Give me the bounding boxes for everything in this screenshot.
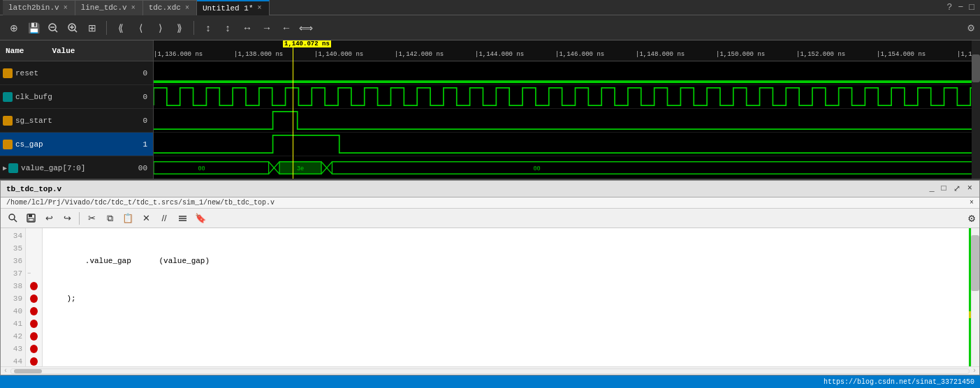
code-hscrollbar[interactable]: ‹ › (1, 366, 979, 375)
signal-name-reset: reset (15, 69, 118, 77)
signal-row-cs-gap[interactable]: cs_gap 1 (0, 133, 153, 156)
code-cut-btn[interactable]: ✂ (84, 211, 99, 226)
prev-button[interactable]: ⟨ (132, 20, 149, 36)
code-scrollbar[interactable] (971, 228, 979, 366)
expand-v-button[interactable]: ↕ (200, 20, 217, 36)
tab-line-tdc[interactable]: line_tdc.v × (75, 0, 143, 15)
wave-svg-reset (154, 61, 980, 84)
bp-38[interactable] (26, 280, 42, 292)
code-search-btn[interactable] (5, 211, 20, 226)
bp-36 (26, 255, 42, 267)
signal-row-sg-start[interactable]: sg_start 0 (0, 109, 153, 133)
bp-42[interactable] (26, 330, 42, 343)
help-icon[interactable]: ? (947, 2, 953, 13)
left-button[interactable]: ← (278, 20, 295, 36)
swap-button[interactable]: ⟺ (298, 20, 314, 36)
panel-maximize-btn[interactable]: ⤢ (952, 184, 962, 194)
signal-row-clk-bufg[interactable]: clk_bufg 0 (0, 85, 153, 109)
bp-39[interactable] (26, 292, 42, 305)
wave-svg-cs-gap (154, 133, 980, 156)
waveform-canvas[interactable]: 1,140.072 ns |1,136.000 ns |1,138.000 ns… (154, 40, 980, 179)
code-copy-btn[interactable]: ⧉ (102, 211, 117, 226)
expand-h-button[interactable]: ↔ (239, 20, 256, 36)
signal-name-value-gap: value_gap[7:0] (21, 164, 118, 172)
line-num-35: 35 (1, 242, 22, 255)
line-num-38: 38 (1, 280, 22, 292)
time-label-4: |1,144.000 ns (475, 51, 524, 58)
panel-restore-btn[interactable]: □ (940, 184, 948, 194)
signal-name-cs-gap: cs_gap (15, 140, 118, 149)
code-scrollbar-thumb[interactable] (971, 235, 979, 291)
breakpoint-dot-44[interactable] (30, 357, 38, 366)
tab-bar: latch2bin.v × line_tdc.v × tdc.xdc × Unt… (0, 0, 980, 15)
expand-icon-value-gap[interactable]: ▶ (3, 164, 7, 172)
breakpoint-dot-41[interactable] (30, 320, 38, 328)
tab-close-tdc-xdc[interactable]: × (184, 4, 191, 12)
code-bookmark-btn[interactable]: 🔖 (193, 211, 208, 226)
line-numbers: 34 35 36 37 38 39 40 41 42 43 44 45 46 4… (1, 228, 26, 366)
tab-untitled[interactable]: Untitled 1* × (197, 0, 270, 15)
minimize-icon[interactable]: − (958, 2, 963, 13)
tab-tdc-xdc[interactable]: tdc.xdc × (143, 0, 197, 15)
code-indent-btn[interactable] (175, 211, 190, 226)
zoom-in-button[interactable] (64, 20, 81, 36)
signal-row-value-gap[interactable]: ▶ value_gap[7:0] 00 (0, 156, 153, 179)
breakpoint-dot-39[interactable] (30, 294, 38, 303)
code-redo-btn[interactable]: ↪ (59, 211, 75, 226)
line-num-36: 36 (1, 255, 22, 267)
code-comment-btn[interactable]: // (156, 211, 172, 226)
right-button[interactable]: → (258, 20, 275, 36)
code-save-btn[interactable] (23, 211, 38, 226)
waveform-scrollbar[interactable] (972, 40, 980, 179)
waveform-area: Name Value reset 0 clk_bufg 0 sg_start 0 (0, 40, 980, 180)
svg-point-18 (9, 214, 15, 220)
signal-icon-cs-gap (3, 140, 13, 149)
time-ruler: 1,140.072 ns |1,136.000 ns |1,138.000 ns… (154, 40, 980, 61)
tab-latch2bin[interactable]: latch2bin.v × (3, 0, 75, 15)
code-panel-controls: _ □ ⤢ × (928, 184, 974, 194)
gear-icon[interactable]: ⚙ (967, 21, 974, 35)
path-close-icon[interactable]: × (970, 199, 974, 207)
save-button[interactable]: 💾 (25, 20, 42, 36)
go-end-button[interactable]: ⟫ (171, 20, 188, 36)
tab-close-untitled[interactable]: × (256, 4, 263, 12)
code-undo-btn[interactable]: ↩ (41, 211, 57, 226)
new-button[interactable]: ⊕ (6, 20, 22, 36)
bp-43[interactable] (26, 343, 42, 355)
tab-close-latch2bin[interactable]: × (62, 4, 69, 12)
bp-41[interactable] (26, 318, 42, 330)
time-label-6: |1,148.000 ns (636, 51, 685, 58)
wave-svg-value-gap: 00 3e 00 (154, 156, 980, 179)
breakpoint-dot-40[interactable] (30, 307, 38, 315)
signal-row-reset[interactable]: reset 0 (0, 61, 153, 85)
signal-name-sg-start: sg_start (15, 117, 118, 125)
hscroll-right-arrow[interactable]: › (970, 367, 979, 375)
breakpoint-dot-38[interactable] (30, 282, 38, 290)
breakpoint-dot-42[interactable] (30, 332, 38, 341)
hscrollbar-thumb[interactable] (14, 369, 42, 373)
code-paste-btn[interactable]: 📋 (120, 211, 136, 226)
tab-bar-actions: ? − □ (947, 2, 980, 13)
bp-44[interactable] (26, 355, 42, 366)
tab-close-line-tdc[interactable]: × (130, 4, 137, 12)
bp-40[interactable] (26, 305, 42, 318)
signal-names-panel: Name Value reset 0 clk_bufg 0 sg_start 0 (0, 40, 154, 179)
panel-minimize-btn[interactable]: _ (928, 184, 935, 194)
collapse-icon-37[interactable]: − (27, 270, 31, 277)
code-panel: tb_tdc_top.v _ □ ⤢ × /home/lcl/Prj/Vivad… (0, 180, 980, 375)
zoom-out-button[interactable] (45, 20, 61, 36)
go-start-button[interactable]: ⟪ (112, 20, 129, 36)
svg-line-1 (55, 29, 58, 32)
code-text[interactable]: .value_gap (value_gap) ); initial begin … (43, 228, 979, 366)
hscroll-left-arrow[interactable]: ‹ (1, 367, 10, 375)
collapse-v-button[interactable]: ↕ (219, 20, 236, 36)
scrollbar-thumb[interactable] (972, 54, 980, 82)
maximize-icon[interactable]: □ (969, 2, 974, 13)
code-gear-icon[interactable]: ⚙ (968, 211, 975, 225)
code-delete-btn[interactable]: ✕ (138, 211, 154, 226)
fit-button[interactable]: ⊞ (84, 20, 101, 36)
next-button[interactable]: ⟩ (152, 20, 168, 36)
line-num-41: 41 (1, 318, 22, 330)
panel-close-btn[interactable]: × (966, 184, 974, 194)
breakpoint-dot-43[interactable] (30, 345, 38, 353)
